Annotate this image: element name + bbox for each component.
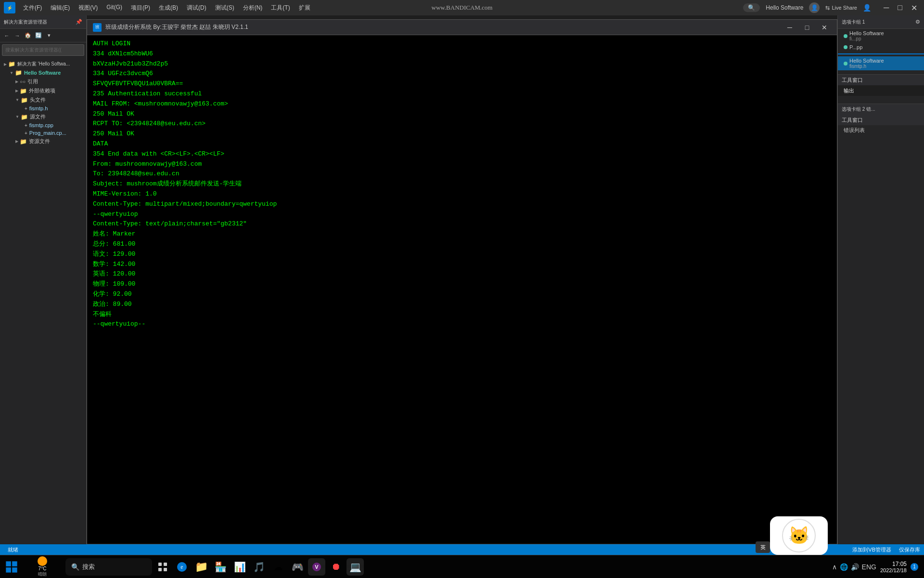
right-panel-header: 选项卡组 1 ⚙ [838, 15, 924, 29]
app2-btn[interactable]: 🎵 [250, 558, 268, 576]
svg-rect-5 [164, 563, 167, 566]
taskbar-weather[interactable]: 7°C 晴朗 [23, 555, 62, 578]
right-panel2-tools[interactable]: 工具窗口 [838, 115, 924, 125]
tree-item-fismtp-h[interactable]: + fismtp.h [0, 105, 86, 112]
notification-badge[interactable]: 1 [911, 563, 918, 571]
file-explorer-btn[interactable]: 📁 [192, 558, 210, 576]
tree-item-sources[interactable]: ▼ 📁 源文件 [0, 112, 86, 121]
hello-software-label: Hello Software [766, 4, 803, 11]
left-toolbar: ← → 🏠 🔄 ▾ [0, 29, 86, 42]
nav-back-btn[interactable]: ← [2, 31, 12, 40]
tree-item-headers[interactable]: ▼ 📁 头文件 [0, 95, 86, 105]
svg-rect-6 [158, 568, 162, 571]
app7-btn[interactable]: 💻 [346, 558, 364, 576]
live-share-btn[interactable]: ⇆ Live Share [825, 5, 857, 11]
menu-analyze[interactable]: 分析(N) [239, 2, 267, 14]
weather-desc: 晴朗 [38, 571, 47, 578]
more-btn[interactable]: ▾ [44, 31, 54, 40]
dialog-title-icon: 班 [93, 23, 102, 32]
tree-item-prog-main[interactable]: + Prog_main.cp... [0, 129, 86, 137]
user-icon[interactable]: 👤 [809, 2, 820, 13]
search-taskbar-btn[interactable]: 🔍 搜索 [65, 558, 152, 576]
menu-test[interactable]: 测试(S) [211, 2, 238, 14]
output-tab[interactable]: 输出 [838, 85, 924, 96]
maximize-btn[interactable]: □ [895, 3, 905, 13]
right-item-hello-software-1[interactable]: Hello Software fi...pp [838, 29, 924, 43]
menu-build[interactable]: 生成(B) [155, 2, 182, 14]
lang-icon-taskbar[interactable]: ENG [862, 563, 876, 571]
main-window: 班 班级成绩分析系统 By:王骏宇 柴世杰 赵喆 朱晓玥 V2.1.1 ─ □ … [87, 15, 837, 551]
network-icon[interactable]: 🌐 [840, 563, 848, 571]
svg-rect-2 [6, 567, 11, 573]
store-btn[interactable]: 🏪 [212, 558, 229, 576]
language-indicator[interactable]: 英 [756, 541, 770, 553]
search-box[interactable]: 🔍 [743, 3, 760, 12]
home-btn[interactable]: 🏠 [23, 31, 33, 40]
right-item-ppp[interactable]: P...pp [838, 43, 924, 52]
menu-extend[interactable]: 扩展 [295, 2, 314, 14]
taskbar-clock[interactable]: 17:05 2022/12/18 [880, 561, 907, 573]
dialog-maximize-btn[interactable]: □ [800, 21, 814, 34]
app6-btn[interactable]: ⏺ [327, 558, 345, 576]
user-profile-icon[interactable]: 👤 [863, 4, 871, 12]
save-library-btn[interactable]: 仅保存库 [899, 546, 920, 553]
app4-btn[interactable]: 🎮 [289, 558, 306, 576]
weather-temp: 7°C [38, 566, 47, 571]
tree-item-external-deps[interactable]: ▶ 📁 外部依赖项 [0, 86, 86, 95]
menu-file[interactable]: 文件(F) [19, 2, 46, 14]
app-logo: ⚡ [4, 2, 15, 13]
dialog-close-btn[interactable]: ✕ [818, 21, 831, 34]
menu-edit[interactable]: 编辑(E) [47, 2, 74, 14]
mascot-bubble[interactable]: 🐱 [770, 516, 828, 555]
tools-section-header[interactable]: 工具窗口 [838, 75, 924, 85]
menu-git[interactable]: Git(G) [103, 2, 126, 14]
volume-icon[interactable]: 🔊 [851, 563, 859, 571]
top-menubar: ⚡ 文件(F) 编辑(E) 视图(V) Git(G) 项目(P) 生成(B) 调… [0, 0, 924, 15]
right-panel: 选项卡组 1 ⚙ Hello Software fi...pp P...pp H… [837, 15, 924, 551]
app1-btn[interactable]: 📊 [231, 558, 248, 576]
right-panel-gear-icon[interactable]: ⚙ [915, 19, 920, 25]
menu-project[interactable]: 项目(P) [127, 2, 154, 14]
dialog-title-text: 班级成绩分析系统 By:王骏宇 柴世杰 赵喆 朱晓玥 V2.1.1 [105, 23, 783, 31]
tree-item-resources[interactable]: ▶ 📁 资源文件 [0, 137, 86, 146]
right-panel2-header[interactable]: 选项卡组 2 错... [838, 104, 924, 115]
taskbar: 7°C 晴朗 🔍 搜索 e 📁 [0, 555, 924, 578]
right-bottom-section: 工具窗口 输出 [838, 74, 924, 96]
app3-btn[interactable]: ☁ [270, 558, 287, 576]
solution-explorer-header: 解决方案资源管理器 📌 [0, 15, 86, 29]
svg-rect-1 [12, 561, 17, 566]
svg-text:e: e [180, 564, 183, 570]
menu-items: 文件(F) 编辑(E) 视图(V) Git(G) 项目(P) 生成(B) 调试(… [19, 2, 314, 14]
expand-tray-icon[interactable]: ∧ [832, 563, 837, 571]
right-item-hello-software-2[interactable]: Hello Software fismtp.h [838, 56, 924, 70]
sys-icons: ∧ 🌐 🔊 ENG [832, 563, 876, 571]
tree-item-references[interactable]: ▶ ○○ 引用 [0, 77, 86, 86]
nav-forward-btn[interactable]: → [13, 31, 22, 40]
menu-debug[interactable]: 调试(D) [183, 2, 210, 14]
mascot-face: 🐱 [782, 519, 816, 552]
menu-tools[interactable]: 工具(T) [267, 2, 294, 14]
watermark: www.BANDICAM.com [432, 4, 493, 12]
menu-view[interactable]: 视图(V) [75, 2, 102, 14]
dialog-window: 班 班级成绩分析系统 By:王骏宇 柴世杰 赵喆 朱晓玥 V2.1.1 ─ □ … [87, 19, 837, 551]
solution-search[interactable]: 搜索解决方案资源管理器(( [2, 44, 84, 56]
right-panel2-error-list[interactable]: 错误列表 [838, 125, 924, 135]
edge-browser-btn[interactable]: e [173, 558, 191, 576]
app5-btn[interactable]: V [308, 558, 325, 576]
dialog-minimize-btn[interactable]: ─ [783, 21, 796, 34]
sync-btn[interactable]: 🔄 [34, 31, 43, 40]
tree-item-hello-software[interactable]: ▼ 📁 Hello Software [0, 68, 86, 77]
start-button[interactable] [0, 555, 23, 578]
task-view-btn[interactable] [154, 558, 171, 576]
minimize-btn[interactable]: ─ [881, 3, 892, 13]
dialog-titlebar: 班 班级成绩分析系统 By:王骏宇 柴世杰 赵喆 朱晓玥 V2.1.1 ─ □ … [87, 20, 837, 35]
terminal-content[interactable]: AUTH LOGIN334 dXNlcm5hbWU6bXVzaHJvb21ub3… [87, 35, 837, 544]
dialog-window-controls: ─ □ ✕ [783, 21, 831, 34]
status-right: 添加到VB管理器 仅保存库 [852, 546, 920, 553]
tree-item-fismtp-cpp[interactable]: + fismtp.cpp [0, 121, 86, 129]
svg-rect-0 [6, 561, 11, 566]
tree-item-solution[interactable]: ▶ 📁 解决方案 'Hello Softwa... [0, 60, 86, 68]
add-vb-manager-btn[interactable]: 添加到VB管理器 [852, 546, 891, 553]
pin-icon[interactable]: 📌 [76, 19, 82, 25]
close-btn[interactable]: ✕ [908, 3, 920, 13]
